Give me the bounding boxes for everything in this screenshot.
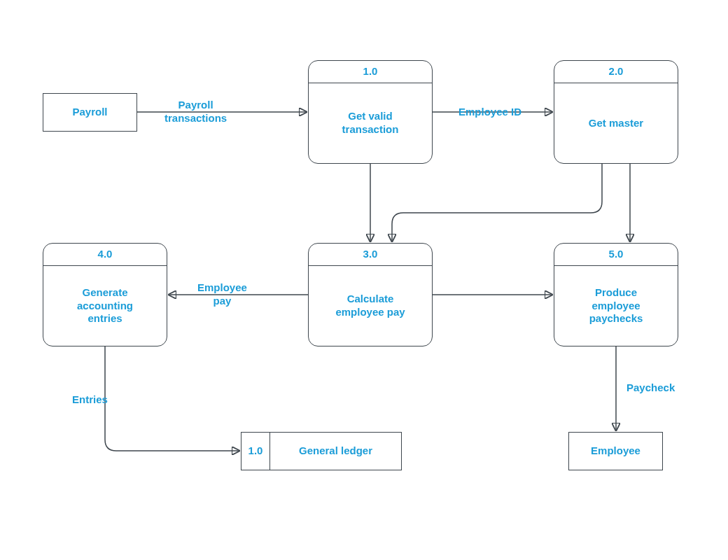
flow-label-payroll-transactions: Payroll transactions: [164, 99, 227, 125]
diagram-canvas: Payroll 1.0 Get valid transaction 2.0 Ge…: [0, 0, 728, 560]
process-1: 1.0 Get valid transaction: [308, 60, 433, 164]
datastore-gl-id-text: 1.0: [248, 444, 263, 458]
arrow-p4-to-gl: [105, 346, 239, 451]
flow-label-employee-id: Employee ID: [458, 106, 522, 119]
process-3-label: Calculate employee pay: [335, 293, 405, 319]
process-3: 3.0 Calculate employee pay: [308, 243, 433, 346]
process-1-label: Get valid transaction: [342, 110, 399, 136]
process-1-id: 1.0: [363, 65, 378, 77]
process-3-id: 3.0: [363, 248, 378, 260]
process-4: 4.0 Generate accounting entries: [43, 243, 167, 346]
process-4-label: Generate accounting entries: [77, 286, 133, 326]
process-2-id: 2.0: [609, 65, 624, 77]
process-1-header: 1.0: [309, 61, 432, 83]
process-5: 5.0 Produce employee paychecks: [554, 243, 678, 346]
flow-label-employee-pay: Employee pay: [197, 281, 247, 308]
arrow-p2-to-p3: [392, 164, 602, 241]
datastore-general-ledger-id: 1.0: [241, 433, 270, 470]
process-5-id: 5.0: [609, 248, 624, 260]
datastore-general-ledger-label: General ledger: [299, 444, 372, 458]
external-employee-label: Employee: [591, 444, 640, 458]
external-payroll: Payroll: [43, 93, 137, 132]
external-employee: Employee: [568, 432, 663, 470]
flow-label-entries: Entries: [72, 393, 108, 407]
process-2: 2.0 Get master: [554, 60, 678, 164]
process-2-label: Get master: [589, 117, 643, 130]
external-payroll-label: Payroll: [72, 106, 107, 119]
datastore-general-ledger: 1.0 General ledger: [241, 432, 402, 470]
flow-label-paycheck: Paycheck: [626, 382, 675, 395]
process-4-id: 4.0: [98, 248, 113, 260]
process-5-header: 5.0: [554, 244, 678, 266]
process-5-label: Produce employee paychecks: [589, 286, 643, 326]
process-2-header: 2.0: [554, 61, 678, 83]
process-3-header: 3.0: [309, 244, 432, 266]
process-4-header: 4.0: [43, 244, 167, 266]
